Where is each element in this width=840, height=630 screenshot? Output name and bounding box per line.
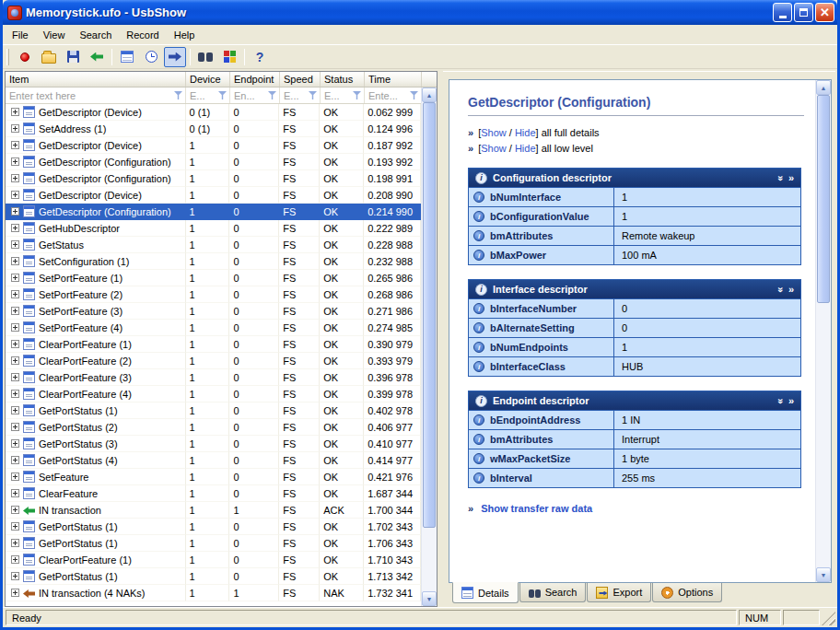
table-row[interactable]: GetDescriptor (Device)0 (1)0FSOK0.062 99… bbox=[6, 104, 421, 121]
table-row[interactable]: SetPortFeature (3)10FSOK0.271 986 bbox=[6, 303, 421, 320]
table-row[interactable]: SetConfiguration (1)10FSOK0.232 988 bbox=[6, 253, 421, 270]
tab-details[interactable]: Details bbox=[452, 582, 519, 603]
filter-cell-speed[interactable]: E... bbox=[280, 88, 321, 103]
menu-search[interactable]: Search bbox=[72, 27, 119, 43]
scroll-down-icon[interactable]: ▼ bbox=[816, 567, 831, 582]
expand-plus-icon[interactable] bbox=[11, 506, 19, 514]
scroll-thumb[interactable] bbox=[817, 95, 830, 303]
table-row[interactable]: GetHubDescriptor10FSOK0.222 989 bbox=[6, 220, 421, 237]
expand-plus-icon[interactable] bbox=[11, 522, 19, 531]
hide-link[interactable]: Hide bbox=[515, 143, 536, 154]
table-row[interactable]: GetStatus10FSOK0.228 988 bbox=[6, 237, 421, 253]
table-row[interactable]: GetPortStatus (1)10FSOK0.402 978 bbox=[6, 402, 421, 419]
show-link[interactable]: Show bbox=[481, 143, 507, 154]
table-row[interactable]: ClearPortFeature (2)10FSOK0.393 979 bbox=[6, 353, 421, 369]
expand-plus-icon[interactable] bbox=[11, 423, 19, 431]
tab-export[interactable]: Export bbox=[587, 583, 651, 602]
filter-cell-status[interactable]: E... bbox=[321, 88, 365, 103]
expand-plus-icon[interactable] bbox=[11, 340, 19, 348]
filter-cell-device[interactable]: E... bbox=[186, 88, 230, 103]
filter-funnel-icon[interactable] bbox=[309, 91, 317, 99]
menu-view[interactable]: View bbox=[36, 27, 73, 43]
record-button[interactable] bbox=[14, 47, 36, 67]
filter-funnel-icon[interactable] bbox=[353, 91, 361, 99]
filter-cell-item[interactable]: Enter text here bbox=[6, 88, 186, 103]
expand-section-icon[interactable]: » bbox=[788, 396, 794, 406]
legend-button[interactable] bbox=[218, 47, 240, 67]
expand-plus-icon[interactable] bbox=[11, 373, 19, 381]
column-header-device[interactable]: Device bbox=[186, 72, 230, 87]
table-row[interactable]: GetPortStatus (3)10FSOK0.410 977 bbox=[6, 436, 421, 452]
column-header-endpoint[interactable]: Endpoint bbox=[230, 72, 280, 87]
expand-plus-icon[interactable] bbox=[11, 124, 19, 133]
column-header-speed[interactable]: Speed bbox=[280, 72, 321, 87]
tab-search[interactable]: Search bbox=[519, 583, 587, 602]
details-scrollbar[interactable]: ▲ ▼ bbox=[815, 80, 831, 582]
filter-cell-time[interactable]: Ente... bbox=[365, 88, 422, 103]
tab-options[interactable]: Options bbox=[652, 583, 722, 602]
table-row[interactable]: IN transaction (4 NAKs)11FSNAK1.732 341 bbox=[6, 585, 421, 601]
table-row[interactable]: IN transaction11FSACK1.700 344 bbox=[6, 502, 421, 519]
expand-plus-icon[interactable] bbox=[11, 257, 19, 265]
expand-plus-icon[interactable] bbox=[11, 539, 19, 547]
expand-plus-icon[interactable] bbox=[11, 191, 19, 199]
filter-funnel-icon[interactable] bbox=[410, 91, 418, 99]
table-row[interactable]: GetDescriptor (Device)10FSOK0.187 992 bbox=[6, 137, 421, 154]
scroll-track[interactable] bbox=[816, 95, 831, 567]
show-link[interactable]: Show bbox=[481, 127, 507, 138]
expand-plus-icon[interactable] bbox=[11, 472, 19, 481]
table-row[interactable]: GetPortStatus (4)10FSOK0.414 977 bbox=[6, 452, 421, 469]
expand-plus-icon[interactable] bbox=[11, 158, 19, 166]
expand-plus-icon[interactable] bbox=[11, 240, 19, 249]
save-button[interactable] bbox=[62, 47, 84, 67]
table-row[interactable]: GetDescriptor (Device)10FSOK0.208 990 bbox=[6, 187, 421, 204]
table-row[interactable]: ClearPortFeature (3)10FSOK0.396 978 bbox=[6, 369, 421, 386]
table-row[interactable]: SetAddress (1)0 (1)0FSOK0.124 996 bbox=[6, 121, 421, 137]
expand-plus-icon[interactable] bbox=[11, 141, 19, 149]
filter-funnel-icon[interactable] bbox=[268, 91, 276, 99]
open-button[interactable] bbox=[38, 47, 60, 67]
menu-record[interactable]: Record bbox=[119, 27, 166, 43]
expand-plus-icon[interactable] bbox=[11, 290, 19, 298]
expand-plus-icon[interactable] bbox=[11, 406, 19, 414]
grid-view-button[interactable] bbox=[116, 47, 138, 67]
column-header-status[interactable]: Status bbox=[321, 72, 365, 87]
expand-plus-icon[interactable] bbox=[11, 456, 19, 464]
table-row[interactable]: GetPortStatus (2)10FSOK0.406 977 bbox=[6, 419, 421, 436]
table-row[interactable]: GetDescriptor (Configuration)10FSOK0.198… bbox=[6, 170, 421, 187]
go-back-button[interactable] bbox=[86, 47, 108, 67]
filter-cell-endpoint[interactable]: En... bbox=[230, 88, 280, 103]
expand-plus-icon[interactable] bbox=[11, 224, 19, 232]
collapse-section-icon[interactable]: » bbox=[775, 175, 785, 181]
filter-funnel-icon[interactable] bbox=[218, 91, 227, 99]
scroll-up-icon[interactable]: ▲ bbox=[422, 88, 437, 102]
scroll-down-icon[interactable]: ▼ bbox=[422, 591, 437, 606]
table-row[interactable]: GetPortStatus (1)10FSOK1.706 343 bbox=[6, 535, 421, 552]
show-raw-data-link[interactable]: Show transfer raw data bbox=[481, 503, 592, 514]
expand-plus-icon[interactable] bbox=[11, 323, 19, 332]
expand-plus-icon[interactable] bbox=[11, 274, 19, 282]
hide-link[interactable]: Hide bbox=[515, 127, 536, 138]
expand-section-icon[interactable]: » bbox=[788, 173, 794, 183]
expand-plus-icon[interactable] bbox=[11, 439, 19, 448]
expand-plus-icon[interactable] bbox=[11, 572, 19, 580]
table-row[interactable]: SetFeature10FSOK0.421 976 bbox=[6, 469, 421, 485]
expand-plus-icon[interactable] bbox=[11, 390, 19, 398]
table-row[interactable]: ClearPortFeature (4)10FSOK0.399 978 bbox=[6, 386, 421, 402]
expand-section-icon[interactable]: » bbox=[788, 285, 794, 295]
auto-scroll-button[interactable] bbox=[164, 47, 186, 67]
table-row[interactable]: GetPortStatus (1)10FSOK1.713 342 bbox=[6, 568, 421, 585]
table-row[interactable]: ClearPortFeature (1)10FSOK1.710 343 bbox=[6, 552, 421, 568]
expand-plus-icon[interactable] bbox=[11, 174, 19, 182]
menu-help[interactable]: Help bbox=[167, 27, 203, 43]
event-list-scrollbar[interactable]: ▲ ▼ bbox=[421, 88, 437, 606]
menu-file[interactable]: File bbox=[5, 27, 36, 43]
maximize-button[interactable] bbox=[794, 3, 813, 22]
collapse-section-icon[interactable]: » bbox=[775, 398, 785, 403]
column-header-item[interactable]: Item bbox=[6, 72, 186, 87]
expand-plus-icon[interactable] bbox=[11, 489, 19, 497]
expand-plus-icon[interactable] bbox=[11, 356, 19, 365]
scroll-thumb[interactable] bbox=[423, 102, 436, 528]
expand-plus-icon[interactable] bbox=[11, 108, 19, 116]
table-row[interactable]: ClearFeature10FSOK1.687 344 bbox=[6, 485, 421, 502]
